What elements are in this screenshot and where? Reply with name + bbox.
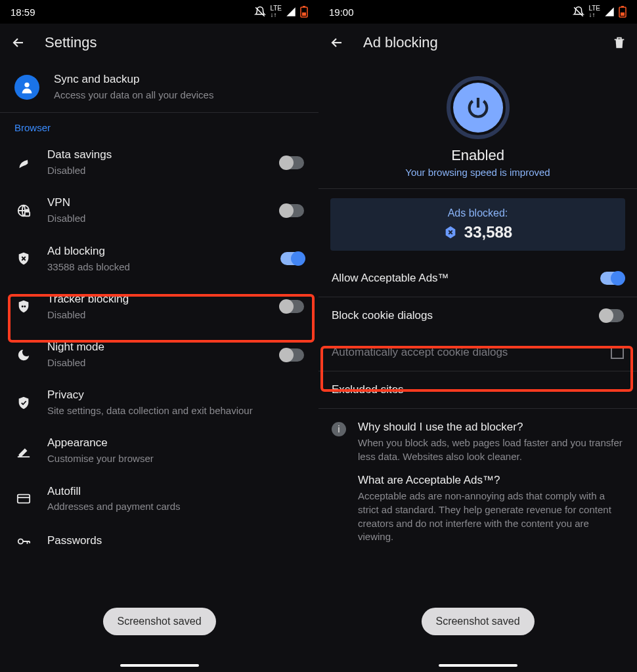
data-savings-row[interactable]: Data savings Disabled [0,138,318,186]
row-title: Ad blocking [47,244,266,259]
svg-point-3 [24,82,29,87]
sync-backup-row[interactable]: Sync and backup Access your data on all … [0,62,318,112]
auto-accept-cookie-row[interactable]: Automatically accept cookie dialogs [318,334,637,371]
tracker-toggle[interactable] [280,300,304,313]
vpn-toggle[interactable] [280,204,304,217]
row-label: Excluded sites [332,383,624,396]
info-body: Acceptable ads are non-annoying ads that… [358,490,624,544]
back-icon[interactable] [11,35,26,51]
info-title: What are Acceptable Ads™? [358,474,624,487]
info-why-block: i Why should I use the ad blocker? When … [318,409,637,467]
status-bar: 19:00 LTE↓↑ [318,0,637,24]
row-label: Automatically accept cookie dialogs [332,346,600,359]
dnd-off-icon [254,6,266,18]
screenshot-toast: Screenshot saved [421,608,534,635]
autofill-row[interactable]: Autofill Addresses and payment cards [0,475,318,523]
app-bar: Ad blocking [318,24,637,62]
svg-point-9 [18,539,23,543]
svg-rect-8 [18,495,30,503]
enabled-subtitle: Your browsing speed is improved [318,167,637,178]
key-icon [14,532,33,551]
battery-icon [300,6,308,18]
info-acceptable-block: What are Acceptable Ads™? Acceptable ads… [318,467,637,544]
settings-screen: 18:59 LTE↓↑ Settings Sync and backup Acc… [0,0,318,672]
network-lte-icon: LTE↓↑ [588,5,600,18]
section-label-browser: Browser [0,113,318,138]
status-time: 19:00 [329,7,354,18]
svg-point-7 [24,306,26,308]
data-savings-toggle[interactable] [280,156,304,169]
shield-tracker-icon [14,297,33,316]
night-mode-toggle[interactable] [280,348,304,362]
row-subtitle: Site settings, data collection and exit … [47,404,304,417]
moon-icon [14,346,33,364]
paint-icon [14,442,33,460]
status-icons: LTE↓↑ [573,5,626,18]
nav-pill[interactable] [120,664,199,667]
block-cookie-toggle[interactable] [600,309,624,322]
back-icon[interactable] [329,35,345,51]
svg-rect-11 [621,6,624,7]
row-subtitle: Disabled [47,164,266,177]
row-subtitle: 33588 ads blocked [47,261,266,274]
acceptable-ads-toggle[interactable] [600,272,624,285]
power-button[interactable] [447,76,510,139]
ads-blocked-card: Ads blocked: 33,588 [330,198,625,251]
row-title: Privacy [47,388,304,403]
stat-value: 33,588 [464,223,512,242]
enabled-title: Enabled [318,147,637,164]
row-title: Tracker blocking [47,292,266,307]
power-icon [465,94,491,121]
battery-icon [619,6,626,18]
settings-list: Sync and backup Access your data on all … [0,62,318,672]
signal-icon [286,7,296,17]
svg-rect-1 [303,6,305,7]
tracker-blocking-row[interactable]: Tracker blocking Disabled [0,283,318,331]
row-subtitle: Disabled [47,356,266,369]
block-cookie-dialogs-row[interactable]: Block cookie dialogs [318,297,637,334]
divider [318,188,637,189]
privacy-row[interactable]: Privacy Site settings, data collection a… [0,379,318,427]
acceptable-ads-row[interactable]: Allow Acceptable Ads™ [318,260,637,297]
auto-accept-checkbox[interactable] [611,346,624,359]
ad-blocking-toggle[interactable] [280,252,304,265]
row-subtitle: Disabled [47,212,266,225]
row-title: VPN [47,196,266,211]
svg-rect-12 [621,12,625,16]
passwords-row[interactable]: Passwords [0,523,318,560]
row-label: Allow Acceptable Ads™ [332,272,590,285]
shield-x-icon [14,249,33,268]
trash-icon[interactable] [612,35,626,50]
card-icon [14,490,33,508]
dnd-off-icon [573,6,584,18]
status-time: 18:59 [11,7,35,18]
svg-rect-2 [302,12,306,16]
appearance-row[interactable]: Appearance Customise your browser [0,427,318,474]
svg-point-6 [22,306,24,308]
leaf-icon [14,154,33,172]
globe-lock-icon [14,201,33,220]
row-subtitle: Addresses and payment cards [47,500,304,513]
app-bar: Settings [0,24,318,62]
ad-blocking-content: Enabled Your browsing speed is improved … [318,62,637,672]
vpn-row[interactable]: VPN Disabled [0,186,318,234]
page-title: Ad blocking [363,34,594,51]
stat-label: Ads blocked: [340,207,616,219]
screenshot-toast: Screenshot saved [102,608,215,635]
page-title: Settings [45,34,308,51]
hex-x-icon [443,225,458,240]
row-label: Block cookie dialogs [332,309,590,322]
nav-pill[interactable] [439,664,517,667]
network-lte-icon: LTE↓↑ [270,5,282,18]
ad-blocking-screen: 19:00 LTE↓↑ Ad blocking Enabled Y [318,0,637,672]
excluded-sites-row[interactable]: Excluded sites [318,371,637,408]
row-title: Data savings [47,148,266,163]
sync-subtitle: Access your data on all your devices [54,89,304,102]
night-mode-row[interactable]: Night mode Disabled [0,331,318,379]
row-subtitle: Disabled [47,308,266,322]
row-title: Night mode [47,340,266,355]
sync-title: Sync and backup [54,72,304,87]
info-title: Why should I use the ad blocker? [358,421,624,434]
ad-blocking-row[interactable]: Ad blocking 33588 ads blocked [0,235,318,283]
profile-avatar-icon [14,75,39,100]
